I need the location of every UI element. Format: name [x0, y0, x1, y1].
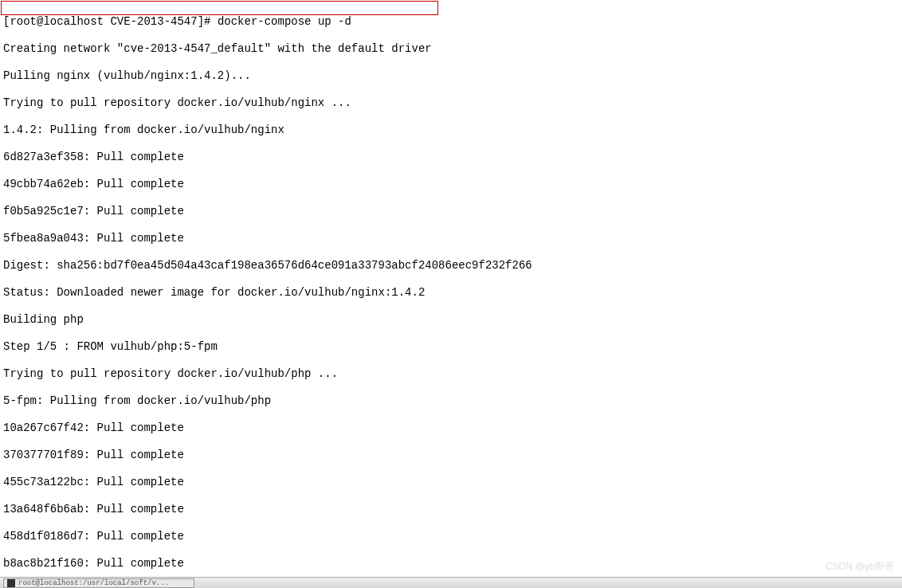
output-line: Pulling nginx (vulhub/nginx:1.4.2)...: [3, 69, 899, 83]
terminal-output[interactable]: [root@localhost CVE-2013-4547]# docker-c…: [0, 0, 902, 588]
output-line: Status: Downloaded newer image for docke…: [3, 286, 899, 300]
output-line: 455c73a122bc: Pull complete: [3, 476, 899, 489]
taskbar-window-button[interactable]: root@localhost:/usr/local/soft/v...: [3, 578, 194, 588]
output-line: f0b5a925c1e7: Pull complete: [3, 205, 899, 218]
output-line: 5-fpm: Pulling from docker.io/vulhub/php: [3, 394, 899, 408]
prompt-line: [root@localhost CVE-2013-4547]# docker-c…: [3, 15, 899, 29]
output-line: 1.4.2: Pulling from docker.io/vulhub/ngi…: [3, 123, 899, 137]
output-line: Digest: sha256:bd7f0ea45d504a43caf198ea3…: [3, 259, 899, 272]
watermark-text: CSDN @yb野哥: [826, 560, 894, 574]
taskbar-item-label: root@localhost:/usr/local/soft/v...: [18, 579, 169, 587]
output-line: 13a648f6b6ab: Pull complete: [3, 503, 899, 516]
output-line: Building php: [3, 313, 899, 327]
terminal-icon: [7, 579, 15, 587]
prompt-symbol: #: [204, 15, 210, 28]
output-line: Creating network "cve-2013-4547_default"…: [3, 42, 899, 56]
output-line: 458d1f0186d7: Pull complete: [3, 530, 899, 543]
output-line: 6d827a3ef358: Pull complete: [3, 151, 899, 164]
prompt-host: localhost: [43, 15, 104, 28]
output-line: b8ac8b21f160: Pull complete: [3, 557, 899, 570]
output-line: 5fbea8a9a043: Pull complete: [3, 232, 899, 245]
output-line: 10a267c67f42: Pull complete: [3, 421, 899, 435]
output-line: Step 1/5 : FROM vulhub/php:5-fpm: [3, 340, 899, 354]
taskbar: root@localhost:/usr/local/soft/v...: [0, 577, 902, 588]
output-line: 370377701f89: Pull complete: [3, 449, 899, 462]
output-line: 49cbb74a62eb: Pull complete: [3, 178, 899, 191]
prompt-dir: CVE-2013-4547: [110, 15, 197, 28]
prompt-command: docker-compose up -d: [218, 15, 351, 28]
output-line: Trying to pull repository docker.io/vulh…: [3, 96, 899, 110]
prompt-user: root: [10, 15, 37, 28]
output-line: Trying to pull repository docker.io/vulh…: [3, 367, 899, 381]
